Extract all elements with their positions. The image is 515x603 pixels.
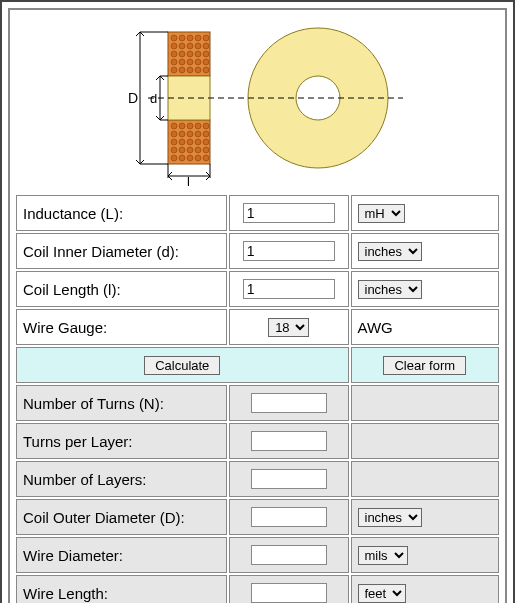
svg-point-23 [195, 59, 201, 65]
coil-diagram-svg: D d l [108, 18, 408, 188]
row-turns: Number of Turns (N): [16, 385, 499, 421]
unit-turns [351, 385, 500, 421]
svg-point-17 [187, 51, 193, 57]
clear-button[interactable] [383, 356, 466, 375]
svg-point-28 [195, 67, 201, 73]
input-inductance[interactable] [243, 203, 335, 223]
svg-point-47 [187, 147, 193, 153]
svg-point-5 [171, 35, 177, 41]
diagram-label-d: d [150, 91, 157, 106]
svg-point-20 [171, 59, 177, 65]
svg-point-27 [187, 67, 193, 73]
svg-point-9 [203, 35, 209, 41]
coil-diagram: D d l [14, 14, 501, 193]
svg-point-46 [179, 147, 185, 153]
svg-point-31 [179, 123, 185, 129]
svg-point-14 [203, 43, 209, 49]
unit-tpl [351, 423, 500, 459]
unit-layers [351, 461, 500, 497]
svg-point-41 [179, 139, 185, 145]
svg-point-43 [195, 139, 201, 145]
svg-point-44 [203, 139, 209, 145]
svg-point-16 [179, 51, 185, 57]
label-coil-length: Coil Length (l): [16, 271, 227, 307]
panel-inner: D d l Inductance (L): mH Coil Inner Diam… [9, 9, 506, 603]
calculator-panel: D d l Inductance (L): mH Coil Inner Diam… [0, 0, 515, 603]
svg-point-37 [187, 131, 193, 137]
svg-point-48 [195, 147, 201, 153]
label-turns: Number of Turns (N): [16, 385, 227, 421]
svg-point-21 [179, 59, 185, 65]
svg-point-53 [195, 155, 201, 161]
svg-point-24 [203, 59, 209, 65]
select-wire-gauge[interactable]: 18 [268, 318, 309, 337]
select-coil-length-unit[interactable]: inches [358, 280, 422, 299]
output-wire-length[interactable] [251, 583, 327, 603]
output-wire-diameter[interactable] [251, 545, 327, 565]
row-wire-gauge: Wire Gauge: 18 AWG [16, 309, 499, 345]
label-tpl: Turns per Layer: [16, 423, 227, 459]
panel-border: D d l Inductance (L): mH Coil Inner Diam… [8, 8, 507, 603]
svg-point-39 [203, 131, 209, 137]
row-wire-diameter: Wire Diameter: mils [16, 537, 499, 573]
output-outer-diameter[interactable] [251, 507, 327, 527]
svg-point-7 [187, 35, 193, 41]
row-inner-diameter: Coil Inner Diameter (d): inches [16, 233, 499, 269]
row-buttons [16, 347, 499, 383]
svg-point-38 [195, 131, 201, 137]
unit-wire-gauge: AWG [351, 309, 500, 345]
label-layers: Number of Layers: [16, 461, 227, 497]
svg-point-6 [179, 35, 185, 41]
calculate-button[interactable] [144, 356, 220, 375]
svg-point-18 [195, 51, 201, 57]
output-turns[interactable] [251, 393, 327, 413]
row-tpl: Turns per Layer: [16, 423, 499, 459]
svg-point-35 [171, 131, 177, 137]
row-coil-length: Coil Length (l): inches [16, 271, 499, 307]
label-wire-length: Wire Length: [16, 575, 227, 603]
svg-point-36 [179, 131, 185, 137]
row-inductance: Inductance (L): mH [16, 195, 499, 231]
svg-point-13 [195, 43, 201, 49]
input-inner-diameter[interactable] [243, 241, 335, 261]
svg-point-10 [171, 43, 177, 49]
label-inner-diameter: Coil Inner Diameter (d): [16, 233, 227, 269]
label-inductance: Inductance (L): [16, 195, 227, 231]
svg-point-12 [187, 43, 193, 49]
svg-point-51 [179, 155, 185, 161]
svg-point-22 [187, 59, 193, 65]
svg-point-45 [171, 147, 177, 153]
svg-point-34 [203, 123, 209, 129]
select-inductance-unit[interactable]: mH [358, 204, 405, 223]
svg-point-54 [203, 155, 209, 161]
svg-point-15 [171, 51, 177, 57]
calc-table: Inductance (L): mH Coil Inner Diameter (… [14, 193, 501, 603]
row-wire-length: Wire Length: feet [16, 575, 499, 603]
svg-point-29 [203, 67, 209, 73]
select-wire-diameter-unit[interactable]: mils [358, 546, 408, 565]
diagram-label-D: D [128, 90, 138, 106]
select-wire-length-unit[interactable]: feet [358, 584, 406, 603]
svg-point-19 [203, 51, 209, 57]
diagram-label-l: l [187, 174, 190, 188]
label-wire-gauge: Wire Gauge: [16, 309, 227, 345]
select-inner-diameter-unit[interactable]: inches [358, 242, 422, 261]
svg-point-50 [171, 155, 177, 161]
svg-point-30 [171, 123, 177, 129]
svg-point-49 [203, 147, 209, 153]
svg-point-33 [195, 123, 201, 129]
svg-point-8 [195, 35, 201, 41]
label-wire-diameter: Wire Diameter: [16, 537, 227, 573]
output-layers[interactable] [251, 469, 327, 489]
select-outer-diameter-unit[interactable]: inches [358, 508, 422, 527]
row-outer-diameter: Coil Outer Diameter (D): inches [16, 499, 499, 535]
svg-point-26 [179, 67, 185, 73]
svg-point-52 [187, 155, 193, 161]
svg-point-32 [187, 123, 193, 129]
row-layers: Number of Layers: [16, 461, 499, 497]
output-tpl[interactable] [251, 431, 327, 451]
input-coil-length[interactable] [243, 279, 335, 299]
svg-point-25 [171, 67, 177, 73]
svg-point-11 [179, 43, 185, 49]
svg-point-42 [187, 139, 193, 145]
